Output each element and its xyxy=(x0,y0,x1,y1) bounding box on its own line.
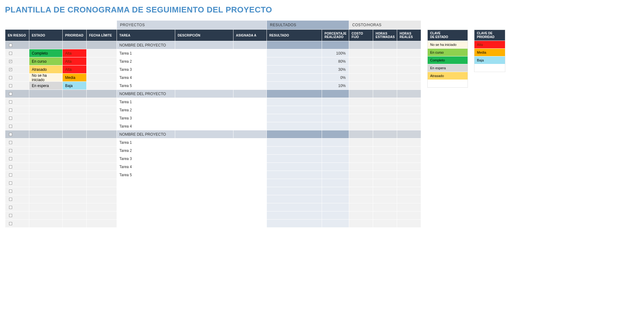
cell-horas-reales[interactable] xyxy=(397,195,421,203)
cell-descripcion[interactable] xyxy=(175,171,233,179)
cell-porcentaje[interactable] xyxy=(322,98,349,106)
cell-asignada-a[interactable] xyxy=(233,82,267,90)
cell-asignada-a[interactable] xyxy=(233,49,267,57)
risk-checkbox[interactable] xyxy=(9,157,12,160)
cell-porcentaje[interactable] xyxy=(322,155,349,162)
cell-prioridad[interactable] xyxy=(63,220,86,227)
cell-estado[interactable]: En espera xyxy=(29,82,62,90)
cell-porcentaje[interactable] xyxy=(322,163,349,171)
cell-horas-estimadas[interactable] xyxy=(373,147,397,154)
cell-resultado[interactable] xyxy=(267,163,322,171)
cell-estado[interactable] xyxy=(29,147,62,154)
risk-checkbox[interactable] xyxy=(9,133,12,136)
cell-costo-fijo[interactable] xyxy=(349,195,373,203)
risk-checkbox[interactable] xyxy=(9,182,12,185)
risk-checkbox[interactable] xyxy=(9,52,12,55)
cell-asignada-a[interactable] xyxy=(233,211,267,219)
cell-asignada-a[interactable] xyxy=(233,57,267,65)
cell-porcentaje[interactable] xyxy=(322,211,349,219)
cell-costo-fijo[interactable] xyxy=(349,155,373,162)
cell-costo-fijo[interactable] xyxy=(349,179,373,187)
cell-prioridad[interactable] xyxy=(63,155,86,162)
cell-prioridad[interactable] xyxy=(63,106,86,114)
cell-asignada-a[interactable] xyxy=(233,220,267,227)
cell-asignada-a[interactable] xyxy=(233,147,267,154)
cell-descripcion[interactable] xyxy=(175,114,233,122)
cell-horas-estimadas[interactable] xyxy=(373,155,397,162)
cell-estado[interactable]: Completo xyxy=(29,49,62,57)
cell-asignada-a[interactable] xyxy=(233,114,267,122)
cell-resultado[interactable] xyxy=(267,65,322,73)
cell-fecha-limite[interactable] xyxy=(87,49,117,57)
cell-horas-reales[interactable] xyxy=(397,114,421,122)
cell-descripcion[interactable] xyxy=(175,220,233,227)
cell-costo-fijo[interactable] xyxy=(349,138,373,146)
cell-tarea[interactable]: Tarea 4 xyxy=(117,74,175,81)
risk-checkbox[interactable] xyxy=(9,190,12,193)
cell-descripcion[interactable] xyxy=(175,179,233,187)
cell-resultado[interactable] xyxy=(267,211,322,219)
cell-fecha-limite[interactable] xyxy=(87,171,117,179)
cell-asignada-a[interactable] xyxy=(233,155,267,162)
cell-horas-estimadas[interactable] xyxy=(373,163,397,171)
cell-prioridad[interactable] xyxy=(63,122,86,130)
cell-resultado[interactable] xyxy=(267,220,322,227)
cell-estado[interactable]: En curso xyxy=(29,57,62,65)
cell-descripcion[interactable] xyxy=(175,82,233,90)
cell-resultado[interactable] xyxy=(267,98,322,106)
cell-asignada-a[interactable] xyxy=(233,138,267,146)
cell-estado[interactable] xyxy=(29,203,62,211)
cell-prioridad[interactable] xyxy=(63,171,86,179)
risk-checkbox[interactable] xyxy=(9,149,12,152)
cell-costo-fijo[interactable] xyxy=(349,65,373,73)
cell-prioridad[interactable] xyxy=(63,211,86,219)
cell-descripcion[interactable] xyxy=(175,163,233,171)
cell-horas-estimadas[interactable] xyxy=(373,122,397,130)
cell-tarea[interactable]: Tarea 3 xyxy=(117,114,175,122)
cell-estado[interactable] xyxy=(29,179,62,187)
cell-tarea[interactable]: Tarea 5 xyxy=(117,82,175,90)
cell-resultado[interactable] xyxy=(267,147,322,154)
cell-resultado[interactable] xyxy=(267,106,322,114)
cell-horas-reales[interactable] xyxy=(397,49,421,57)
cell-porcentaje[interactable]: 10% xyxy=(322,82,349,90)
cell-tarea[interactable]: Tarea 4 xyxy=(117,122,175,130)
cell-fecha-limite[interactable] xyxy=(87,122,117,130)
cell-horas-estimadas[interactable] xyxy=(373,106,397,114)
cell-asignada-a[interactable] xyxy=(233,122,267,130)
cell-porcentaje[interactable] xyxy=(322,147,349,154)
cell-estado[interactable]: Atrasado xyxy=(29,65,62,73)
cell-costo-fijo[interactable] xyxy=(349,122,373,130)
cell-horas-reales[interactable] xyxy=(397,155,421,162)
risk-checkbox[interactable] xyxy=(9,141,12,144)
cell-fecha-limite[interactable] xyxy=(87,57,117,65)
cell-estado[interactable] xyxy=(29,187,62,195)
cell-descripcion[interactable] xyxy=(175,147,233,154)
cell-tarea[interactable]: Tarea 1 xyxy=(117,49,175,57)
cell-resultado[interactable] xyxy=(267,195,322,203)
cell-asignada-a[interactable] xyxy=(233,106,267,114)
risk-checkbox[interactable] xyxy=(9,44,12,47)
risk-checkbox[interactable] xyxy=(9,100,12,104)
cell-fecha-limite[interactable] xyxy=(87,98,117,106)
cell-resultado[interactable] xyxy=(267,171,322,179)
cell-horas-reales[interactable] xyxy=(397,82,421,90)
risk-checkbox[interactable] xyxy=(9,214,12,217)
cell-tarea[interactable] xyxy=(117,195,175,203)
cell-resultado[interactable] xyxy=(267,179,322,187)
cell-resultado[interactable] xyxy=(267,203,322,211)
cell-asignada-a[interactable] xyxy=(233,187,267,195)
cell-horas-reales[interactable] xyxy=(397,65,421,73)
cell-prioridad[interactable]: Alta xyxy=(63,49,86,57)
cell-asignada-a[interactable] xyxy=(233,203,267,211)
cell-descripcion[interactable] xyxy=(175,74,233,81)
cell-porcentaje[interactable]: 30% xyxy=(322,65,349,73)
cell-fecha-limite[interactable] xyxy=(87,179,117,187)
cell-porcentaje[interactable]: 80% xyxy=(322,57,349,65)
cell-costo-fijo[interactable] xyxy=(349,114,373,122)
cell-horas-reales[interactable] xyxy=(397,138,421,146)
cell-prioridad[interactable] xyxy=(63,138,86,146)
cell-costo-fijo[interactable] xyxy=(349,220,373,227)
cell-tarea[interactable]: Tarea 3 xyxy=(117,65,175,73)
cell-estado[interactable] xyxy=(29,163,62,171)
